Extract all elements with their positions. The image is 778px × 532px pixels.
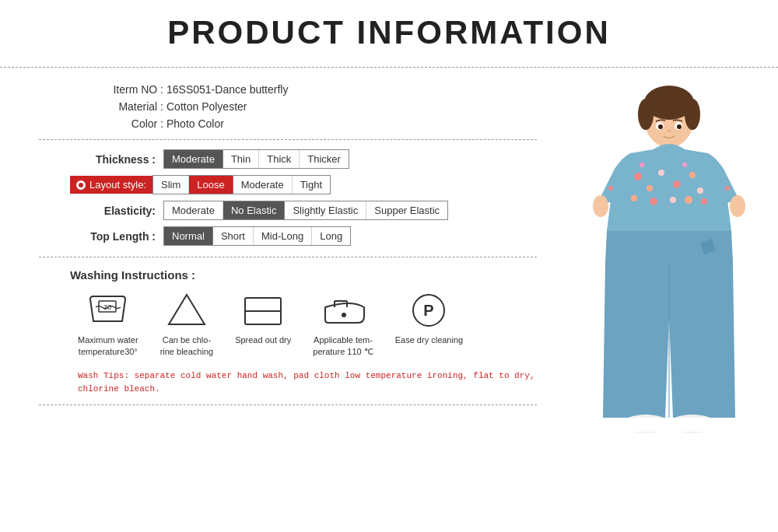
svg-point-14 — [685, 99, 700, 130]
wash-label-dryclean: Ease dry cleaning — [395, 334, 463, 346]
layout-style-text: Layout style: — [89, 179, 146, 191]
svg-marker-2 — [169, 295, 205, 324]
material-label: Material : — [86, 100, 163, 113]
thickness-row: Thickness : Moderate Thin Thick Thicker — [70, 149, 537, 169]
svg-point-41 — [677, 124, 682, 129]
svg-point-13 — [638, 99, 654, 130]
svg-text:P: P — [424, 302, 434, 319]
divider-bottom — [39, 404, 537, 405]
svg-point-17 — [647, 185, 653, 191]
svg-rect-34 — [622, 418, 669, 432]
wash-label-iron: Applicable tem-perature 110 ℃ — [313, 334, 373, 359]
wash-item-bleach: Can be chlo-rine bleaching — [160, 291, 214, 359]
wash-tub-icon: 30 — [86, 291, 129, 330]
flat-dry-icon — [242, 291, 285, 330]
thickness-opt-thicker[interactable]: Thicker — [300, 150, 349, 168]
thickness-opt-moderate[interactable]: Moderate — [164, 150, 223, 168]
svg-point-16 — [634, 173, 642, 180]
wash-tip: Wash Tips: separate cold water hand wash… — [78, 369, 537, 397]
top-length-row: Top Length : Normal Short Mid-Long Long — [70, 226, 537, 246]
color-row: Color : Photo Color — [86, 117, 537, 130]
svg-point-20 — [689, 172, 696, 178]
main-content: Iterm NO : 16SS051-Dance butterfly Mater… — [0, 75, 778, 503]
bleach-triangle-icon — [165, 291, 208, 330]
page-title: PRODUCT INFORMATION — [0, 0, 778, 59]
layout-opt-moderate[interactable]: Moderate — [233, 176, 293, 194]
wash-item-iron: Applicable tem-perature 110 ℃ — [313, 291, 373, 359]
layout-opt-slim[interactable]: Slim — [153, 176, 189, 194]
thickness-label: Thickness : — [70, 153, 156, 166]
elasticity-opt-supper[interactable]: Supper Elastic — [366, 201, 447, 219]
material-row: Material : Cotton Polyester — [86, 100, 537, 113]
divider-washing — [39, 257, 537, 257]
svg-point-23 — [650, 198, 657, 205]
svg-point-36 — [593, 195, 608, 217]
characteristics-section: Thickness : Moderate Thin Thick Thicker … — [70, 149, 537, 246]
svg-point-19 — [673, 180, 681, 188]
wash-label-bleach: Can be chlo-rine bleaching — [160, 334, 214, 359]
elasticity-opt-no[interactable]: No Elastic — [223, 201, 286, 219]
washing-title: Washing Instructions : — [70, 268, 537, 282]
color-value: Photo Color — [166, 117, 224, 130]
top-length-opt-long[interactable]: Long — [312, 227, 350, 245]
svg-point-27 — [640, 163, 644, 167]
wash-item-temp: 30 Maximum watertemperature30° — [78, 291, 138, 359]
layout-style-row: Layout style: Slim Loose Moderate Tight — [70, 175, 537, 194]
svg-point-28 — [682, 163, 687, 167]
wash-item-dryclean: P Ease dry cleaning — [395, 291, 463, 346]
elasticity-options: Moderate No Elastic Slightly Elastic Sup… — [163, 201, 448, 220]
item-no-value: 16SS051-Dance butterfly — [166, 83, 288, 96]
radio-icon — [76, 180, 86, 190]
elasticity-opt-moderate[interactable]: Moderate — [164, 201, 223, 219]
svg-point-22 — [631, 195, 637, 201]
top-length-opt-midlong[interactable]: Mid-Long — [254, 227, 312, 245]
svg-point-18 — [658, 170, 664, 176]
svg-text:30: 30 — [103, 303, 111, 311]
svg-point-8 — [342, 313, 346, 317]
layout-opt-tight[interactable]: Tight — [293, 176, 330, 194]
washing-section: Washing Instructions : 30 — [70, 268, 537, 397]
top-length-label: Top Length : — [70, 230, 156, 243]
divider-middle — [39, 139, 537, 140]
left-info: Iterm NO : 16SS051-Dance butterfly Mater… — [0, 75, 560, 503]
svg-point-25 — [685, 196, 692, 204]
thickness-opt-thick[interactable]: Thick — [259, 150, 300, 168]
svg-rect-35 — [669, 418, 716, 432]
item-no-label: Iterm NO : — [86, 83, 163, 96]
elasticity-opt-slightly[interactable]: Slightly Elastic — [285, 201, 366, 219]
svg-point-24 — [670, 197, 676, 203]
wash-label-temp: Maximum watertemperature30° — [78, 334, 138, 359]
iron-icon — [322, 291, 365, 330]
washing-icons: 30 Maximum watertemperature30° Can be ch… — [78, 291, 537, 359]
svg-point-26 — [701, 198, 707, 205]
thickness-options: Moderate Thin Thick Thicker — [163, 149, 349, 169]
svg-point-29 — [608, 186, 613, 191]
svg-point-37 — [730, 195, 745, 217]
wash-label-spread: Spread out dry — [235, 334, 291, 346]
thickness-opt-thin[interactable]: Thin — [223, 150, 259, 168]
svg-point-21 — [697, 187, 703, 194]
dry-clean-icon: P — [408, 291, 450, 330]
top-length-options: Normal Short Mid-Long Long — [163, 226, 351, 246]
elasticity-row: Elasticity: Moderate No Elastic Slightly… — [70, 201, 537, 220]
item-no-row: Iterm NO : 16SS051-Dance butterfly — [86, 83, 537, 96]
product-image-area — [560, 75, 778, 503]
color-label: Color : — [86, 117, 163, 130]
product-info-table: Iterm NO : 16SS051-Dance butterfly Mater… — [86, 83, 537, 130]
svg-point-30 — [725, 186, 730, 191]
top-length-opt-normal[interactable]: Normal — [164, 227, 213, 245]
layout-style-label: Layout style: — [70, 176, 152, 194]
divider-top — [0, 67, 778, 68]
elasticity-label: Elasticity: — [70, 205, 156, 217]
layout-opt-loose[interactable]: Loose — [189, 176, 233, 194]
material-value: Cotton Polyester — [166, 100, 247, 113]
top-length-opt-short[interactable]: Short — [213, 227, 254, 245]
scrub-figure — [576, 75, 762, 503]
wash-item-spread: Spread out dry — [235, 291, 291, 346]
layout-options: Slim Loose Moderate Tight — [152, 175, 331, 194]
svg-point-40 — [658, 124, 663, 129]
